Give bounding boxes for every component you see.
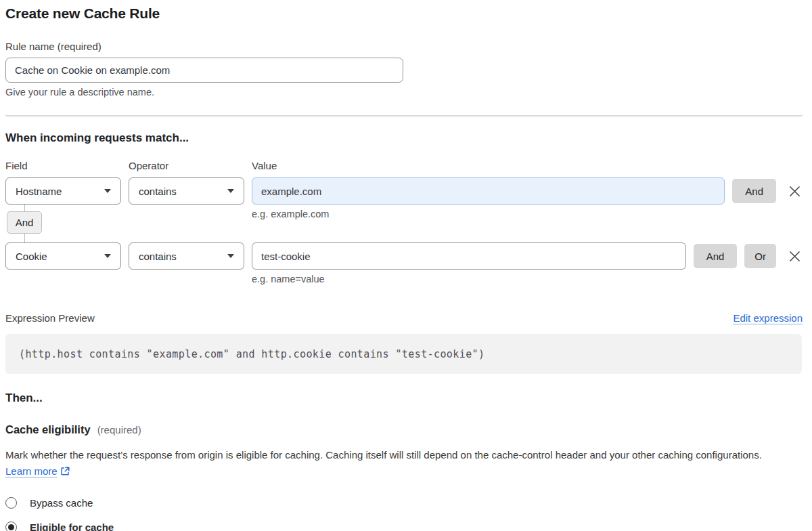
field-column-label: Field (5, 160, 121, 171)
chevron-down-icon (104, 254, 111, 258)
learn-more-link[interactable]: Learn more (5, 465, 58, 477)
condition-connector: And (5, 205, 60, 242)
and-condition-button[interactable]: And (732, 179, 776, 203)
create-cache-rule-page: Create new Cache Rule Rule name (require… (0, 0, 807, 531)
cache-eligibility-description: Mark whether the request’s response from… (5, 447, 785, 481)
radio-button-icon (5, 497, 17, 509)
bypass-cache-radio[interactable]: Bypass cache (5, 497, 93, 509)
description-text: Mark whether the request’s response from… (5, 449, 762, 461)
eligible-for-cache-label: Eligible for cache (30, 522, 114, 531)
connector-line (24, 234, 25, 242)
expression-preview-box: (http.host contains "example.com" and ht… (5, 334, 802, 374)
bypass-cache-label: Bypass cache (30, 497, 93, 509)
condition-row-1: Hostname contains And (5, 177, 803, 205)
condition-row-2: Cookie contains And Or (5, 242, 803, 270)
cache-eligibility-heading-row: Cache eligibility (required) (5, 423, 797, 436)
eligible-for-cache-radio[interactable]: Eligible for cache (5, 522, 114, 531)
chevron-down-icon (227, 254, 234, 258)
operator-select[interactable]: contains (129, 242, 244, 270)
condition-columns-header: Field Operator Value (5, 160, 797, 171)
condition-rows: Hostname contains And And (5, 177, 803, 287)
expression-preview-header: Expression Preview Edit expression (5, 312, 803, 324)
page-title: Create new Cache Rule (5, 5, 797, 22)
close-icon (788, 250, 801, 263)
connector-and-button[interactable]: And (7, 211, 42, 234)
chevron-down-icon (227, 189, 234, 193)
rule-name-label: Rule name (required) (5, 41, 797, 52)
value-input[interactable] (252, 242, 686, 270)
value-hint: e.g. name=value (252, 274, 325, 284)
remove-condition-button[interactable] (787, 249, 803, 264)
field-select-value: Hostname (16, 186, 62, 197)
then-section-heading: Then... (5, 391, 797, 405)
expression-code: (http.host contains "example.com" and ht… (19, 348, 484, 360)
or-condition-button[interactable]: Or (744, 244, 776, 268)
field-select[interactable]: Cookie (5, 242, 121, 270)
value-hint: e.g. example.com (252, 209, 329, 219)
operator-select[interactable]: contains (129, 177, 244, 205)
remove-condition-button[interactable] (787, 184, 803, 199)
edit-expression-link[interactable]: Edit expression (733, 312, 803, 324)
connector-line (24, 205, 25, 211)
operator-select-value: contains (139, 186, 177, 197)
value-input[interactable] (252, 177, 725, 205)
spacer (5, 270, 803, 287)
close-icon (788, 185, 801, 198)
and-condition-button[interactable]: And (694, 244, 738, 268)
value-column-label: Value (252, 160, 797, 171)
match-section-heading: When incoming requests match... (5, 131, 797, 145)
section-divider (5, 115, 803, 116)
field-select[interactable]: Hostname (5, 177, 121, 205)
rule-name-helper: Give your rule a descriptive name. (5, 87, 797, 98)
operator-column-label: Operator (129, 160, 244, 171)
expression-preview-label: Expression Preview (5, 312, 95, 324)
required-note: (required) (97, 424, 141, 436)
cache-eligibility-heading: Cache eligibility (5, 423, 91, 436)
chevron-down-icon (104, 189, 111, 193)
radio-button-icon (5, 522, 17, 531)
external-link-icon (60, 467, 70, 478)
operator-select-value: contains (139, 251, 177, 262)
field-select-value: Cookie (16, 251, 47, 262)
rule-name-input[interactable] (5, 58, 403, 83)
